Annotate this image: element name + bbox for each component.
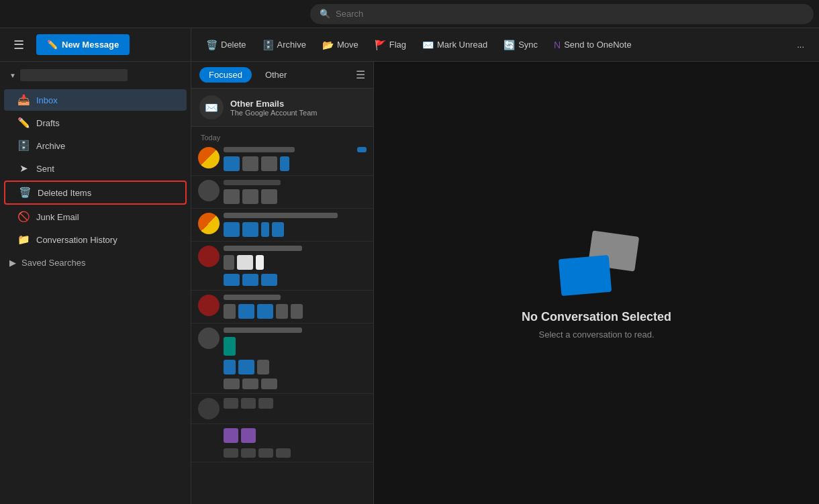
block-2c <box>242 189 258 204</box>
block-6h <box>261 379 277 389</box>
avatar-8-space <box>198 428 220 450</box>
sidebar-item-label-inbox: Inbox <box>36 95 58 105</box>
block-4g <box>261 274 277 286</box>
sidebar-item-deleted-items[interactable]: 🗑️ Deleted Items <box>4 181 187 205</box>
archive-button[interactable]: 🗄️ Archive <box>256 36 313 54</box>
tab-other[interactable]: Other <box>256 67 297 83</box>
text-line-1a <box>224 147 295 152</box>
email-row-8[interactable] <box>191 424 373 462</box>
block-4c <box>237 255 253 270</box>
block-4b <box>224 255 234 270</box>
avatar-1 <box>198 147 220 168</box>
text-blocks-1 <box>224 147 353 171</box>
saved-searches-section[interactable]: ▶ Saved Searches <box>0 251 191 274</box>
email-row-7[interactable] <box>191 394 373 424</box>
text-blocks-7 <box>224 398 367 409</box>
move-icon: 📂 <box>322 40 334 50</box>
text-blocks-3 <box>224 213 367 237</box>
text-blocks-2 <box>224 180 367 204</box>
send-to-onenote-button[interactable]: N Send to OneNote <box>547 36 638 54</box>
compose-icon: ✏️ <box>47 40 58 50</box>
sidebar-item-label-junk: Junk Email <box>36 212 79 222</box>
block-6c <box>224 360 236 374</box>
toolbar: 🗑️ Delete 🗄️ Archive 📂 Move 🚩 Flag ✉️ Ma… <box>191 28 819 62</box>
sidebar-item-drafts[interactable]: ✏️ Drafts <box>4 112 187 134</box>
more-options-button[interactable]: ... <box>790 36 811 54</box>
sidebar-item-label-archive: Archive <box>36 141 65 151</box>
block-5e <box>276 304 288 319</box>
search-box[interactable]: 🔍 <box>310 4 814 24</box>
block-6e <box>257 360 269 374</box>
email-row-5[interactable] <box>191 291 373 323</box>
email-row-2[interactable] <box>191 176 373 209</box>
avatar-3 <box>198 213 220 234</box>
sidebar-item-archive[interactable]: 🗄️ Archive <box>4 135 187 156</box>
side-1a <box>357 147 367 152</box>
block-6b <box>224 337 236 356</box>
sidebar-item-inbox[interactable]: 📥 Inbox <box>4 89 187 111</box>
email-row-3[interactable] <box>191 209 373 242</box>
block-3e <box>272 222 284 237</box>
move-button[interactable]: 📂 Move <box>316 36 365 54</box>
saved-searches-label: Saved Searches <box>21 258 85 268</box>
flag-button[interactable]: 🚩 Flag <box>368 36 413 54</box>
block-1d <box>261 156 277 171</box>
avatar-6 <box>198 327 220 349</box>
archive-toolbar-icon: 🗄️ <box>262 40 274 50</box>
sidebar-item-label-sent: Sent <box>36 164 54 174</box>
tab-focused[interactable]: Focused <box>199 67 252 83</box>
sidebar-item-junk-email[interactable]: 🚫 Junk Email <box>4 206 187 228</box>
side-blocks-1 <box>357 147 367 152</box>
sidebar-item-label-deleted: Deleted Items <box>38 188 91 198</box>
block-1e <box>280 156 289 171</box>
top-bar: 🔍 <box>0 0 819 28</box>
text-blocks-8 <box>224 428 367 458</box>
block-8f <box>276 448 291 458</box>
filter-icon[interactable]: ☰ <box>356 68 365 81</box>
mark-unread-button[interactable]: ✉️ Mark Unread <box>416 36 494 54</box>
account-row[interactable]: ▼ <box>0 62 191 89</box>
sidebar-item-conversation-history[interactable]: 📁 Conversation History <box>4 229 187 250</box>
more-icon: ... <box>797 40 804 50</box>
envelope-illustration <box>557 227 637 294</box>
text-line-3a <box>224 213 338 218</box>
block-2b <box>224 189 240 204</box>
sidebar-header: ☰ ✏️ New Message <box>0 28 191 62</box>
new-message-button[interactable]: ✏️ New Message <box>36 34 130 55</box>
search-icon: 🔍 <box>320 9 330 19</box>
no-conversation-subtitle: Select a conversation to read. <box>539 330 655 340</box>
main-layout: ☰ ✏️ New Message ▼ 📥 Inbox ✏️ Drafts 🗄️ … <box>0 28 819 504</box>
email-row-6[interactable] <box>191 323 373 394</box>
block-7a <box>224 398 238 409</box>
block-5b <box>224 304 236 319</box>
hamburger-button[interactable]: ☰ <box>8 35 30 55</box>
delete-button[interactable]: 🗑️ Delete <box>199 36 253 54</box>
no-conversation-title: No Conversation Selected <box>522 310 671 324</box>
block-6g <box>242 379 258 389</box>
sync-icon: 🔄 <box>503 40 515 50</box>
block-4e <box>224 274 240 286</box>
block-6d <box>238 360 254 374</box>
mark-unread-icon: ✉️ <box>422 40 434 50</box>
email-row-1[interactable] <box>191 143 373 176</box>
no-conversation-panel: No Conversation Selected Select a conver… <box>374 62 819 504</box>
email-item-other-emails[interactable]: ✉️ Other Emails The Google Account Team <box>191 89 373 127</box>
search-input[interactable] <box>336 9 804 19</box>
sent-icon: ➤ <box>17 162 30 174</box>
sync-button[interactable]: 🔄 Sync <box>497 36 544 54</box>
block-3b <box>224 222 240 237</box>
today-label: Today <box>191 130 373 143</box>
junk-icon: 🚫 <box>17 211 30 223</box>
block-5c <box>238 304 254 319</box>
text-line-5a <box>224 295 281 300</box>
flag-icon: 🚩 <box>375 40 386 50</box>
block-1c <box>242 156 258 171</box>
drafts-icon: ✏️ <box>17 117 30 129</box>
email-row-4[interactable] <box>191 242 373 291</box>
text-blocks-4 <box>224 246 367 286</box>
text-line-2a <box>224 180 281 185</box>
sidebar-item-sent[interactable]: ➤ Sent <box>4 158 187 179</box>
content-area: Focused Other ☰ ✉️ Other Emails The Goog… <box>191 62 819 504</box>
history-icon: 📁 <box>17 234 30 246</box>
email-sub: The Google Account Team <box>230 109 365 117</box>
